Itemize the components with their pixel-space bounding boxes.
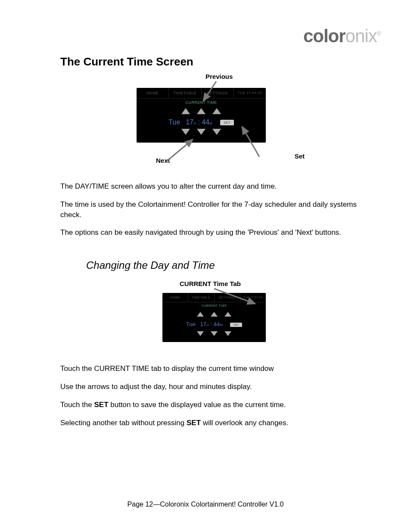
down-arrow-icon[interactable] (181, 129, 190, 135)
tab-settings[interactable]: SETTINGS (215, 293, 240, 302)
paragraph: Touch the SET button to save the display… (60, 400, 368, 410)
screenshot-1: HOME TIMETABLE SETTINGS TUE 17:44:43 CUR… (137, 88, 266, 143)
screen-title: CURRENT TIME (162, 302, 266, 310)
svg-line-1 (167, 140, 193, 161)
paragraph: Touch the CURRENT TIME tab to display th… (60, 364, 368, 374)
screen-title: CURRENT TIME (137, 99, 266, 107)
down-arrow-icon[interactable] (212, 129, 221, 135)
brand-logo: coloronix® (60, 26, 381, 47)
tab-timetable[interactable]: TIMETABLE (169, 88, 201, 98)
paragraph: Selecting another tab without pressing S… (60, 418, 368, 428)
page-heading: The Current Time Screen (60, 55, 368, 68)
page-footer: Page 12—Coloronix Colortainment! Control… (0, 501, 411, 508)
up-arrow-icon[interactable] (197, 312, 204, 317)
tab-timetable[interactable]: TIMETABLE (188, 293, 214, 302)
up-arrow-icon[interactable] (212, 108, 221, 114)
paragraph: The options can be easily navigated thro… (60, 227, 368, 238)
up-arrow-icon[interactable] (197, 108, 206, 114)
tab-home[interactable]: HOME (137, 88, 169, 98)
callout-next: Next (156, 157, 170, 164)
up-arrow-icon[interactable] (224, 312, 231, 317)
set-button[interactable]: SET (230, 323, 242, 327)
paragraph: The time is used by the Colortainment! C… (60, 199, 368, 220)
up-arrow-icon[interactable] (181, 108, 190, 114)
tab-clock: TUE 17:44:43 (234, 88, 266, 98)
set-button[interactable]: SET (220, 120, 234, 125)
paragraph: The DAY/TIME screen allows you to alter … (60, 181, 368, 192)
tab-settings[interactable]: SETTINGS (202, 88, 234, 98)
down-arrow-icon[interactable] (211, 331, 218, 336)
callout-set: Set (295, 152, 305, 160)
down-arrow-icon[interactable] (197, 331, 204, 336)
paragraph: Use the arrows to adjust the day, hour a… (60, 382, 368, 392)
callout-current-time-tab: CURRENT Time Tab (180, 280, 241, 287)
down-arrow-icon[interactable] (197, 129, 206, 135)
callout-previous: Previous (206, 73, 233, 80)
time-value-row: Tue 17H : 44M SET (162, 319, 266, 329)
tab-home[interactable]: HOME (162, 293, 188, 302)
sub-heading: Changing the Day and Time (86, 259, 368, 271)
up-arrow-icon[interactable] (211, 312, 218, 317)
tab-clock: TUE 17:44:43 (240, 293, 266, 302)
time-value-row: Tue 17H : 44M SET (137, 117, 266, 128)
screenshot-2: HOME TIMETABLE SETTINGS TUE 17:44:43 CUR… (162, 293, 266, 342)
down-arrow-icon[interactable] (224, 331, 231, 336)
